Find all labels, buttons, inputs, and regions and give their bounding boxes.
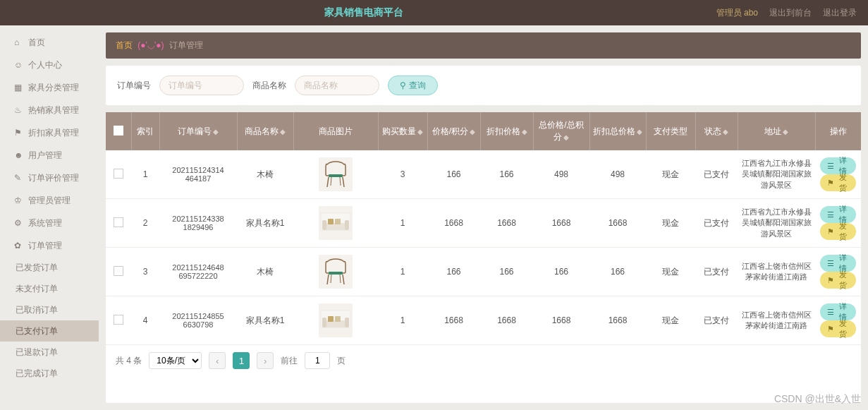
review-icon: ✎ — [14, 173, 24, 183]
sort-icon: ◆ — [723, 128, 728, 135]
ship-icon: ⚑ — [827, 227, 834, 236]
th-status[interactable]: 状态◆ — [695, 112, 738, 150]
th-price[interactable]: 价格/积分◆ — [427, 112, 480, 150]
svg-rect-7 — [322, 220, 326, 230]
th-orderno[interactable]: 订单编号◆ — [159, 112, 237, 150]
order-no-input[interactable] — [159, 76, 244, 95]
cell-ops: ☰ 详情⚑ 发货 — [815, 150, 861, 199]
svg-rect-20 — [328, 316, 334, 322]
th-dtotal[interactable]: 折扣总价格◆ — [589, 112, 646, 150]
sidebar-label: 订单管理 — [28, 240, 62, 252]
goto-suffix: 页 — [337, 355, 346, 367]
sort-icon: ◆ — [213, 128, 219, 135]
page-1-button[interactable]: 1 — [233, 352, 250, 369]
sidebar-item-users[interactable]: ☻用户管理 — [0, 144, 99, 167]
th-qty[interactable]: 购买数量◆ — [378, 112, 427, 150]
goto-prefix: 前往 — [281, 355, 298, 367]
cell-orderno: 202115124314464187 — [159, 150, 237, 199]
breadcrumb: 首页 (●'◡'●) 订单管理 — [106, 32, 861, 59]
sidebar-item-discount[interactable]: ⚑折扣家具管理 — [0, 121, 99, 144]
th-address[interactable]: 地址◆ — [738, 112, 815, 150]
sort-icon: ◆ — [783, 128, 788, 135]
sidebar-item-system[interactable]: ⚙系统管理 — [0, 212, 99, 234]
users-icon: ☻ — [14, 150, 24, 160]
cell-address: 江西省九江市永修县吴城镇鄱阳湖国家旅游风景区 — [738, 199, 815, 248]
prev-page-button[interactable]: ‹ — [209, 352, 226, 369]
order-icon: ✿ — [14, 241, 24, 251]
cell-total: 1668 — [533, 199, 589, 248]
sub-completed[interactable]: 已完成订单 — [0, 363, 99, 384]
cell-address: 江西省上饶市信州区茅家岭街道江南路 — [738, 296, 815, 345]
sidebar-item-orders[interactable]: ✿订单管理 — [0, 234, 99, 257]
logout-link[interactable]: 退出登录 — [823, 7, 857, 19]
next-page-button[interactable]: › — [257, 352, 274, 369]
ship-button[interactable]: ⚑ 发货 — [820, 272, 856, 289]
cell-price: 1668 — [427, 199, 480, 248]
cell-image — [293, 296, 378, 345]
cell-image — [293, 248, 378, 296]
breadcrumb-separator: (●'◡'●) — [137, 40, 164, 50]
product-name-label: 商品名称 — [252, 80, 286, 92]
table-row: 3202115124648695722220木椅1166166166166现金已… — [106, 248, 861, 296]
sidebar-item-profile[interactable]: ☺个人中心 — [0, 54, 99, 76]
row-checkbox[interactable] — [114, 169, 123, 179]
table-row: 42021151248556630798家具名称1116681668166816… — [106, 296, 861, 345]
orders-table: 索引 订单编号◆ 商品名称◆ 商品图片 购买数量◆ 价格/积分◆ 折扣价格◆ 总… — [106, 112, 861, 345]
cell-paytype: 现金 — [646, 296, 695, 345]
sort-icon: ◆ — [522, 128, 527, 135]
svg-line-13 — [343, 275, 344, 284]
search-button[interactable]: ⚲查询 — [388, 76, 438, 95]
cell-index: 1 — [131, 150, 159, 199]
svg-rect-18 — [322, 318, 326, 327]
row-checkbox[interactable] — [114, 266, 123, 276]
sidebar-label: 折扣家具管理 — [28, 127, 79, 139]
th-total[interactable]: 总价格/总积分◆ — [533, 112, 589, 150]
sub-shipped[interactable]: 已发货订单 — [0, 257, 99, 278]
svg-rect-9 — [328, 219, 334, 224]
row-checkbox[interactable] — [114, 315, 123, 325]
ship-button[interactable]: ⚑ 发货 — [820, 223, 856, 240]
cell-product: 家具名称1 — [237, 199, 293, 248]
cell-qty: 1 — [378, 248, 427, 296]
sidebar-item-admins[interactable]: ♔管理员管理 — [0, 189, 99, 212]
sub-cancelled[interactable]: 已取消订单 — [0, 299, 99, 320]
to-frontend-link[interactable]: 退出到前台 — [769, 7, 812, 19]
page-size-select[interactable]: 10条/页 — [149, 352, 202, 369]
th-dprice[interactable]: 折扣价格◆ — [480, 112, 533, 150]
svg-rect-21 — [335, 316, 341, 322]
ship-button[interactable]: ⚑ 发货 — [820, 320, 856, 337]
goto-page-input[interactable] — [305, 352, 330, 369]
svg-line-14 — [331, 275, 331, 283]
sidebar-item-category[interactable]: ▦家具分类管理 — [0, 76, 99, 99]
cell-paytype: 现金 — [646, 199, 695, 248]
ship-icon: ⚑ — [827, 325, 834, 334]
sub-unpaid[interactable]: 未支付订单 — [0, 278, 99, 299]
sub-paid[interactable]: 已支付订单 — [0, 320, 99, 342]
sidebar-item-reviews[interactable]: ✎订单评价管理 — [0, 167, 99, 189]
sort-icon: ◆ — [280, 128, 286, 135]
product-thumbnail — [319, 303, 353, 337]
detail-icon: ☰ — [827, 162, 834, 171]
ship-button[interactable]: ⚑ 发货 — [820, 174, 856, 191]
breadcrumb-home[interactable]: 首页 — [116, 40, 133, 50]
select-all-checkbox[interactable] — [114, 126, 123, 135]
svg-line-1 — [327, 177, 329, 187]
th-product[interactable]: 商品名称◆ — [237, 112, 293, 150]
search-icon: ⚲ — [400, 80, 406, 90]
svg-rect-10 — [335, 219, 341, 224]
header-links: 管理员 abo 退出到前台 退出登录 — [716, 7, 857, 19]
cell-qty: 1 — [378, 199, 427, 248]
cell-total: 498 — [533, 150, 589, 199]
admin-link[interactable]: 管理员 abo — [716, 7, 758, 19]
svg-line-3 — [331, 177, 331, 186]
sidebar-item-hot[interactable]: ♨热销家具管理 — [0, 99, 99, 121]
sub-refunded[interactable]: 已退款订单 — [0, 342, 99, 363]
cell-dtotal: 1668 — [589, 199, 646, 248]
app-header: 家具销售电商平台 管理员 abo 退出到前台 退出登录 — [0, 0, 868, 25]
sidebar-item-home[interactable]: ⌂首页 — [0, 31, 99, 54]
cell-index: 3 — [131, 248, 159, 296]
product-name-input[interactable] — [295, 76, 379, 95]
cell-dtotal: 498 — [589, 150, 646, 199]
row-checkbox[interactable] — [114, 217, 123, 227]
cell-address: 江西省上饶市信州区茅家岭街道江南路 — [738, 248, 815, 296]
